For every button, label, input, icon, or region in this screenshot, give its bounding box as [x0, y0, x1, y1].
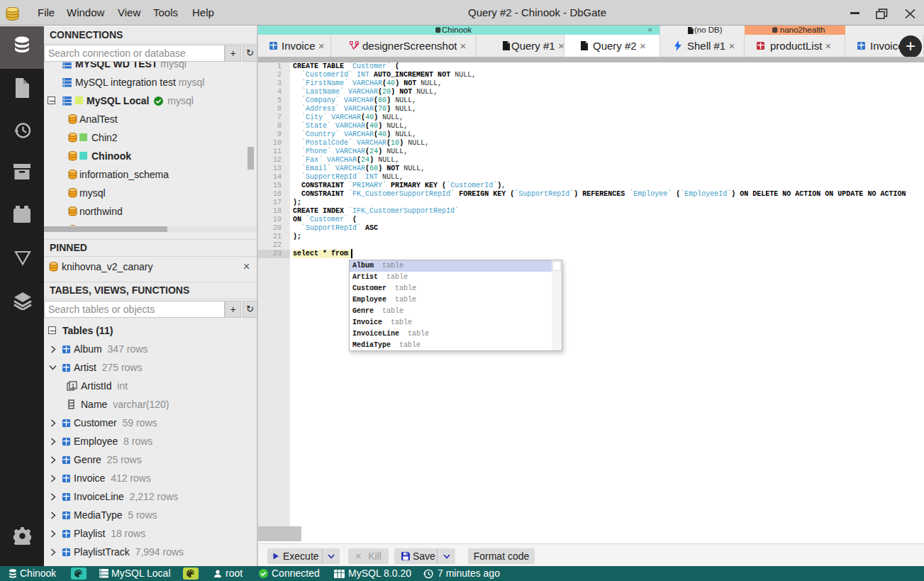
- svg-text:1: 1: [71, 382, 74, 389]
